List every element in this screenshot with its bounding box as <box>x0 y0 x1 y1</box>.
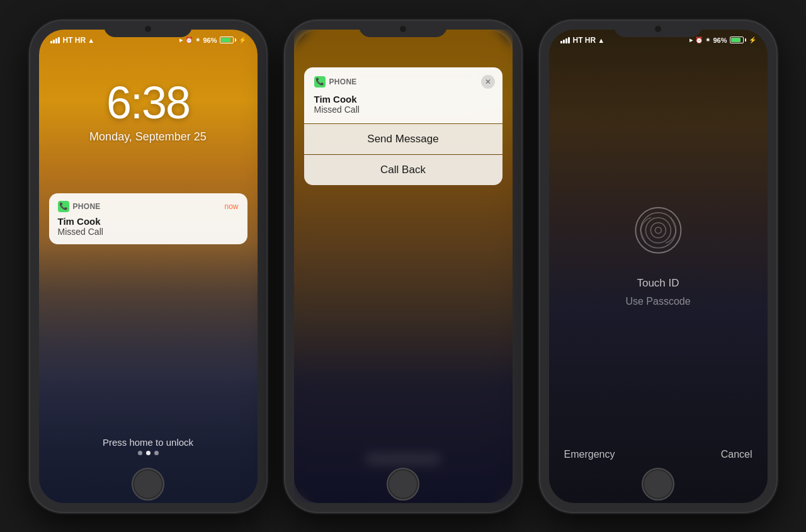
location-icon: ▸ <box>179 37 183 43</box>
touchid-label: Touch ID <box>625 276 690 289</box>
home-button[interactable] <box>132 468 164 501</box>
notif-title: Tim Cook <box>58 216 239 227</box>
signal-bars <box>50 37 60 43</box>
phone-app-icon: 📞 <box>58 201 69 212</box>
signal-bar-3-2 <box>563 40 565 43</box>
status-right: ▸ ⏰ ✴ 96% ⚡ <box>179 37 246 44</box>
notification-card[interactable]: 📞 PHONE now Tim Cook Missed Call <box>49 193 247 244</box>
battery-indicator <box>220 37 236 43</box>
signal-bar-3-1 <box>560 41 562 43</box>
page-dot-2 <box>146 451 150 455</box>
notif-app-info: 📞 PHONE <box>58 201 101 212</box>
iphone-expanded-notif: 📞 PHONE ✕ Tim Cook Missed Call Send Mess… <box>285 21 521 512</box>
expand-notif-header: 📞 PHONE <box>314 76 492 88</box>
battery-percent: 96% <box>203 37 217 44</box>
battery-body <box>220 37 234 43</box>
send-message-button[interactable]: Send Message <box>304 124 502 154</box>
touchid-screen: HT HR ▲ ▸ ⏰ ✴ 96% ⚡ <box>549 30 768 503</box>
use-passcode-label[interactable]: Use Passcode <box>625 295 690 307</box>
expanded-notif-title: Tim Cook <box>314 94 492 105</box>
bluetooth-icon-3: ✴ <box>705 37 710 43</box>
top-speaker <box>104 21 192 37</box>
home-button-3[interactable] <box>642 468 674 501</box>
notif-header: 📞 PHONE now <box>58 201 239 212</box>
cancel-button[interactable]: Cancel <box>721 449 752 460</box>
phone3-bottom-bar: Emergency Cancel <box>549 449 768 460</box>
notif-actions: Send Message Call Back <box>304 123 502 185</box>
alarm-icon: ⏰ <box>185 37 193 43</box>
battery-indicator-3 <box>730 37 746 43</box>
status-left-3: HT HR ▲ <box>560 36 605 45</box>
page-dots <box>39 451 258 455</box>
clouds-background <box>39 242 258 503</box>
close-button[interactable]: ✕ <box>481 75 495 89</box>
status-right-3: ▸ ⏰ ✴ 96% ⚡ <box>690 37 756 44</box>
battery-percent-3: 96% <box>713 37 727 44</box>
wifi-icon-3: ▲ <box>598 37 604 44</box>
expanded-notif-container: 📞 PHONE ✕ Tim Cook Missed Call Send Mess… <box>304 67 502 185</box>
expanded-phone-icon: 📞 <box>314 76 326 88</box>
front-camera-3 <box>655 26 661 32</box>
signal-bar-3-3 <box>565 38 567 43</box>
svg-point-4 <box>655 227 661 233</box>
signal-bar-4 <box>58 37 60 43</box>
battery-fill <box>221 38 230 42</box>
svg-point-0 <box>635 207 681 252</box>
battery-fill-3 <box>731 38 741 42</box>
signal-bar-2 <box>53 40 55 43</box>
signal-bar-3 <box>55 38 57 43</box>
charging-icon-3: ⚡ <box>749 37 756 43</box>
battery-tip-3 <box>745 38 746 42</box>
carrier-name-3: HT HR <box>573 36 596 45</box>
expanded-screen: 📞 PHONE ✕ Tim Cook Missed Call Send Mess… <box>294 30 513 503</box>
location-icon-3: ▸ <box>690 37 693 43</box>
top-speaker-3 <box>614 21 702 37</box>
notif-app-name: PHONE <box>73 202 101 211</box>
wifi-icon: ▲ <box>88 37 94 44</box>
lockscreen-screen: HT HR ▲ ▸ ⏰ ✴ 96% ⚡ 6:38 Mon <box>39 30 258 503</box>
alarm-icon-3: ⏰ <box>695 37 703 43</box>
signal-bars-3 <box>560 37 570 43</box>
iphone-lockscreen: HT HR ▲ ▸ ⏰ ✴ 96% ⚡ 6:38 Mon <box>30 21 266 512</box>
top-speaker-2 <box>359 21 447 37</box>
expanded-app-name: PHONE <box>329 77 357 86</box>
fingerprint-icon <box>633 205 683 255</box>
charging-icon: ⚡ <box>239 37 246 43</box>
signal-bar-3-4 <box>568 37 570 43</box>
signal-bar-1 <box>50 41 52 43</box>
home-button-2[interactable] <box>387 468 419 501</box>
touchid-container: Touch ID Use Passcode <box>625 205 690 307</box>
emergency-button[interactable]: Emergency <box>564 449 615 460</box>
page-dot-1 <box>138 451 142 455</box>
bluetooth-icon: ✴ <box>195 37 200 43</box>
notif-time: now <box>224 202 238 211</box>
press-home-text: Press home to unlock <box>39 437 258 448</box>
clock-time: 6:38 <box>39 80 258 125</box>
notif-subtitle: Missed Call <box>58 227 239 237</box>
page-dot-3 <box>154 451 159 455</box>
battery-body-3 <box>730 37 744 43</box>
time-display: 6:38 Monday, September 25 <box>39 80 258 144</box>
front-camera <box>145 26 151 32</box>
svg-point-3 <box>650 222 666 237</box>
date-display: Monday, September 25 <box>39 130 258 144</box>
svg-point-2 <box>645 217 671 242</box>
carrier-name: HT HR <box>63 36 86 45</box>
call-back-button[interactable]: Call Back <box>304 155 502 185</box>
front-camera-2 <box>400 26 406 32</box>
expanded-notif-subtitle: Missed Call <box>314 105 492 115</box>
battery-tip <box>235 38 236 42</box>
expanded-notif-top: 📞 PHONE ✕ Tim Cook Missed Call <box>304 67 502 123</box>
status-left: HT HR ▲ <box>50 36 95 45</box>
iphone-touchid: HT HR ▲ ▸ ⏰ ✴ 96% ⚡ <box>540 21 776 512</box>
